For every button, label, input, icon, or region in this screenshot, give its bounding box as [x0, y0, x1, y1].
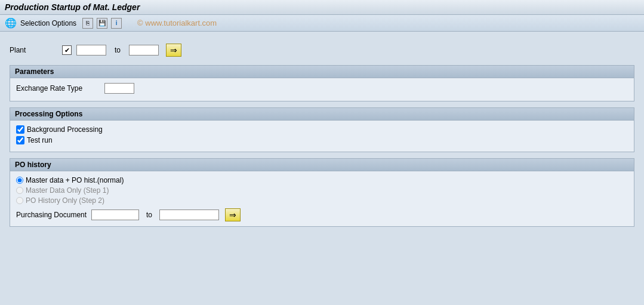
- plant-row: Plant ✔ to ⇒: [10, 44, 634, 57]
- test-run-checkbox[interactable]: [16, 136, 24, 144]
- background-processing-label: Background Processing: [27, 125, 103, 134]
- title-bar: Production Startup of Mat. Ledger: [0, 0, 644, 15]
- po-option-3-row: PO History Only (Step 2): [16, 196, 628, 205]
- exchange-rate-type-label: Exchange Rate Type: [16, 84, 100, 93]
- test-run-item: Test run: [16, 136, 628, 144]
- plant-arrow-button[interactable]: ⇒: [166, 44, 181, 57]
- po-history-header: PO history: [10, 159, 634, 171]
- processing-options-section: Processing Options Background Processing…: [10, 107, 634, 152]
- purchasing-document-from-input[interactable]: [91, 210, 139, 220]
- copy-icon: ⎘: [86, 20, 90, 26]
- arrow-right-icon: ⇒: [170, 45, 177, 55]
- test-run-label: Test run: [27, 136, 53, 144]
- plant-checkbox[interactable]: ✔: [62, 45, 72, 55]
- exchange-rate-type-input[interactable]: [104, 83, 134, 94]
- po-option-1-row: Master data + PO hist.(normal): [16, 176, 628, 184]
- background-processing-item: Background Processing: [16, 125, 628, 134]
- save-icon: 💾: [98, 20, 106, 26]
- main-content: Plant ✔ to ⇒ Parameters Exchange Rate Ty…: [0, 32, 644, 240]
- plant-label: Plant: [10, 46, 57, 54]
- toolbar-icon-3[interactable]: i: [111, 18, 122, 29]
- po-option-3-label: PO History Only (Step 2): [26, 196, 104, 205]
- po-option-2-radio[interactable]: [16, 187, 23, 194]
- toolbar-icon-1[interactable]: ⎘: [82, 18, 93, 29]
- purchasing-document-label: Purchasing Document: [16, 211, 88, 219]
- purchasing-document-row: Purchasing Document to ⇒: [16, 208, 628, 221]
- parameters-body: Exchange Rate Type: [10, 78, 634, 101]
- globe-icon: 🌐: [5, 17, 17, 29]
- purchasing-document-to-label: to: [146, 211, 152, 219]
- processing-options-header: Processing Options: [10, 108, 634, 121]
- toolbar: 🌐 Selection Options ⎘ 💾 i © www.tutorial…: [0, 15, 644, 32]
- po-option-3-radio[interactable]: [16, 197, 23, 204]
- parameters-header: Parameters: [10, 66, 634, 78]
- po-option-2-label: Master Data Only (Step 1): [26, 186, 109, 195]
- watermark-text: © www.tutorialkart.com: [137, 19, 217, 27]
- po-option-1-label: Master data + PO hist.(normal): [26, 176, 124, 184]
- info-icon: i: [116, 20, 118, 26]
- purchasing-document-to-input[interactable]: [159, 210, 219, 220]
- po-option-2-row: Master Data Only (Step 1): [16, 186, 628, 195]
- checkmark-icon: ✔: [64, 47, 70, 54]
- plant-to-input[interactable]: [129, 45, 159, 56]
- purchasing-document-arrow-button[interactable]: ⇒: [225, 208, 241, 221]
- selection-options-label: Selection Options: [20, 19, 76, 27]
- po-history-body: Master data + PO hist.(normal) Master Da…: [10, 171, 634, 226]
- plant-to-label: to: [115, 46, 121, 54]
- processing-options-body: Background Processing Test run: [10, 121, 634, 152]
- plant-from-input[interactable]: [76, 45, 106, 56]
- po-option-1-radio[interactable]: [16, 177, 23, 184]
- page-title: Production Startup of Mat. Ledger: [5, 2, 140, 12]
- toolbar-icon-2[interactable]: 💾: [97, 18, 107, 29]
- purchasing-arrow-icon: ⇒: [229, 210, 236, 220]
- background-processing-checkbox[interactable]: [16, 125, 24, 134]
- parameters-section: Parameters Exchange Rate Type: [10, 65, 634, 101]
- exchange-rate-type-row: Exchange Rate Type: [16, 83, 628, 94]
- po-history-section: PO history Master data + PO hist.(normal…: [10, 158, 634, 227]
